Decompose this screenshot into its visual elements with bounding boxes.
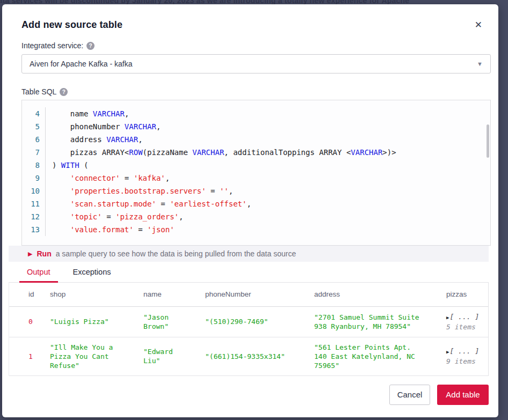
code-text: address VARCHAR, [52,133,143,146]
dialog-header: Add new source table ✕ [19,19,489,31]
add-source-table-dialog: Add new source table ✕ Integrated servic… [2,4,498,417]
code-text: pizzas ARRAY<ROW(pizzaName VARCHAR, addi… [52,146,396,159]
code-line: 13 'value.format' = 'json' [22,223,490,236]
code-line: 4 name VARCHAR, [22,107,490,120]
code-text: 'topic' = 'pizza_orders', [52,210,183,223]
code-lines: 4 name VARCHAR,5 phoneNumber VARCHAR,6 a… [22,107,490,236]
cell-pizzas: ▶[ ... ]5 items [446,306,488,337]
line-number: 5 [22,120,46,133]
expand-array-icon[interactable]: ▶ [446,349,449,355]
code-text: 'properties.bootstrap.servers' = '', [52,185,233,197]
code-line: 10 'properties.bootstrap.servers' = '', [22,185,490,197]
cell-phone: "(510)290-7469" [205,306,314,337]
cell-name: "Edward Liu" [143,337,205,375]
output-table-wrap: idshopnamephoneNumberaddresspizzas 0"Lui… [9,283,489,376]
cell-address: "561 Lester Points Apt. 140 East Katelyn… [314,337,446,375]
cell-id: 1 [9,337,50,375]
code-line: 7 pizzas ARRAY<ROW(pizzaName VARCHAR, ad… [22,146,490,159]
table-sql-label: Table SQL [21,87,56,96]
code-text: ) WITH ( [52,159,88,172]
line-number: 12 [22,210,46,223]
cell-shop: "Ill Make You a Pizza You Cant Refuse" [50,337,143,375]
editor-scrollbar-thumb[interactable] [487,124,489,158]
code-line: 6 address VARCHAR, [22,133,490,146]
line-number: 8 [22,159,46,172]
array-item-count: 9 items [446,357,486,366]
code-text: phoneNumber VARCHAR, [52,120,161,133]
cell-address: "2701 Samuel Summit Suite 938 Ryanbury, … [314,306,446,337]
line-number: 6 [22,133,46,146]
table-row: 1"Ill Make You a Pizza You Cant Refuse""… [9,337,488,375]
expand-array-icon[interactable]: ▶ [446,315,449,320]
column-header-shop: shop [50,283,143,306]
table-row: 0"Luigis Pizza""Jason Brown""(510)290-74… [9,306,488,337]
output-table: idshopnamephoneNumberaddresspizzas 0"Lui… [9,283,488,376]
array-item-count: 5 items [446,322,486,331]
cell-shop: "Luigis Pizza" [50,306,143,337]
column-header-id: id [9,283,50,306]
code-line: 5 phoneNumber VARCHAR, [22,120,490,133]
column-header-pizzas: pizzas [446,283,488,306]
integrated-service-label: Integrated service: [21,41,83,50]
integrated-service-select[interactable]: Aiven for Apache Kafka - kafka ▼ [21,54,491,73]
line-number: 9 [22,172,46,185]
play-icon[interactable]: ▶ [28,250,32,257]
code-line: 9 'connector' = 'kafka', [22,172,490,185]
array-preview: [ ... ] [449,313,479,321]
column-header-phoneNumber: phoneNumber [205,283,314,306]
run-query-bar[interactable]: ▶ Run a sample query to see how the data… [9,246,489,262]
code-line: 12 'topic' = 'pizza_orders', [22,210,490,223]
close-icon[interactable]: ✕ [473,19,484,31]
column-header-name: name [143,283,205,306]
cell-id: 0 [9,306,50,337]
results-tabs: OutputExceptions [9,262,489,283]
help-icon[interactable]: ? [86,42,95,50]
line-number: 7 [22,146,46,159]
cell-name: "Jason Brown" [143,306,205,337]
dialog-footer: Cancel Add table [19,385,489,405]
cell-phone: "(661)154-9335x314" [205,337,314,375]
code-text: 'value.format' = 'json' [52,223,175,236]
integrated-service-label-row: Integrated service: ? [19,41,489,50]
code-text: 'connector' = 'kafka', [52,172,170,185]
code-text: name VARCHAR, [52,107,129,120]
table-sql-label-row: Table SQL ? [19,87,489,96]
code-line: 8) WITH ( [22,159,490,172]
line-number: 10 [22,185,46,197]
array-preview: [ ... ] [449,347,479,355]
code-text: 'scan.startup.mode' = 'earliest-offset', [52,197,251,210]
line-number: 4 [22,107,46,120]
chevron-down-icon: ▼ [477,61,483,67]
table-body: 0"Luigis Pizza""Jason Brown""(510)290-74… [9,306,488,375]
dialog-title: Add new source table [21,19,122,31]
tab-output[interactable]: Output [19,262,58,282]
cancel-button[interactable]: Cancel [389,385,430,405]
help-icon[interactable]: ? [60,88,68,96]
sql-code-editor[interactable]: 4 name VARCHAR,5 phoneNumber VARCHAR,6 a… [21,100,491,246]
run-link[interactable]: Run [37,249,51,258]
line-number: 11 [22,197,46,210]
tab-exceptions[interactable]: Exceptions [66,262,119,282]
cell-pizzas: ▶[ ... ]9 items [446,337,488,375]
column-header-address: address [314,283,446,306]
table-header-row: idshopnamephoneNumberaddresspizzas [9,283,488,306]
run-description: a sample query to see how the data is be… [56,249,296,258]
code-line: 11 'scan.startup.mode' = 'earliest-offse… [22,197,490,210]
add-table-button[interactable]: Add table [437,385,489,405]
line-number: 13 [22,223,46,236]
integrated-service-value: Aiven for Apache Kafka - kafka [30,60,132,68]
